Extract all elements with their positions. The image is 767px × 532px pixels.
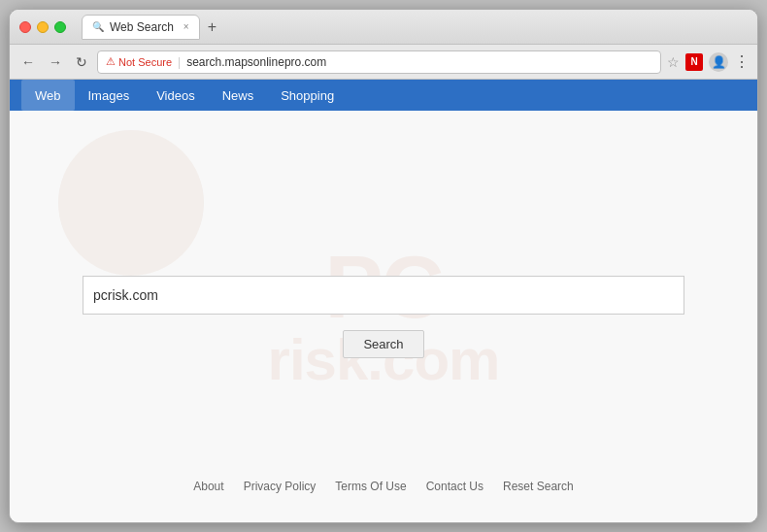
url-bar[interactable]: ⚠ Not Secure | search.mapsonlinepro.com (97, 50, 661, 74)
search-area: Search (10, 276, 757, 358)
url-text: search.mapsonlinepro.com (186, 55, 326, 69)
nav-tab-videos[interactable]: Videos (143, 80, 209, 111)
footer-link-reset[interactable]: Reset Search (503, 480, 574, 493)
tab-close-button[interactable]: × (183, 21, 189, 32)
back-button[interactable]: ← (17, 52, 39, 72)
not-secure-indicator: ⚠ Not Secure (106, 55, 172, 68)
forward-button[interactable]: → (45, 52, 66, 72)
browser-menu-button[interactable]: ⋮ (734, 52, 750, 71)
footer-link-privacy[interactable]: Privacy Policy (244, 480, 317, 493)
nav-tab-shopping[interactable]: Shopping (267, 80, 348, 111)
search-button[interactable]: Search (343, 330, 423, 358)
nav-tab-news[interactable]: News (209, 80, 268, 111)
profile-button[interactable]: 👤 (709, 52, 728, 72)
footer-link-contact[interactable]: Contact Us (426, 480, 484, 493)
address-bar-right: ☆ N 👤 ⋮ (667, 52, 750, 72)
title-bar: 🔍 Web Search × + (10, 10, 757, 45)
traffic-lights (19, 21, 66, 33)
minimize-window-button[interactable] (37, 21, 49, 33)
nav-tab-web[interactable]: Web (21, 80, 75, 111)
nav-tab-images[interactable]: Images (75, 80, 144, 111)
tab-area: 🔍 Web Search × + (82, 15, 748, 40)
search-input-container (83, 276, 684, 315)
avatar-icon: 👤 (712, 55, 726, 69)
norton-badge[interactable]: N (685, 53, 703, 71)
search-nav-tabs: Web Images Videos News Shopping (10, 80, 757, 111)
bookmark-button[interactable]: ☆ (667, 54, 680, 70)
refresh-button[interactable]: ↻ (72, 52, 91, 72)
active-tab[interactable]: 🔍 Web Search × (82, 15, 200, 40)
close-window-button[interactable] (19, 21, 31, 33)
new-tab-button[interactable]: + (204, 18, 220, 36)
footer-link-terms[interactable]: Terms Of Use (335, 480, 406, 493)
warning-icon: ⚠ (106, 55, 116, 68)
footer-links: About Privacy Policy Terms Of Use Contac… (10, 480, 757, 493)
tab-title: Web Search (110, 20, 174, 34)
watermark-circle (58, 130, 204, 276)
page-content: PC risk.com Search About Privacy Policy … (10, 111, 757, 522)
not-secure-label: Not Secure (118, 56, 172, 68)
maximize-window-button[interactable] (54, 21, 66, 33)
search-input[interactable] (83, 276, 684, 315)
browser-window: 🔍 Web Search × + ← → ↻ ⚠ Not Secure | se… (9, 9, 758, 523)
tab-search-icon: 🔍 (92, 21, 104, 32)
footer-link-about[interactable]: About (193, 480, 223, 493)
url-separator: | (178, 55, 181, 69)
address-bar: ← → ↻ ⚠ Not Secure | search.mapsonlinepr… (10, 45, 757, 80)
